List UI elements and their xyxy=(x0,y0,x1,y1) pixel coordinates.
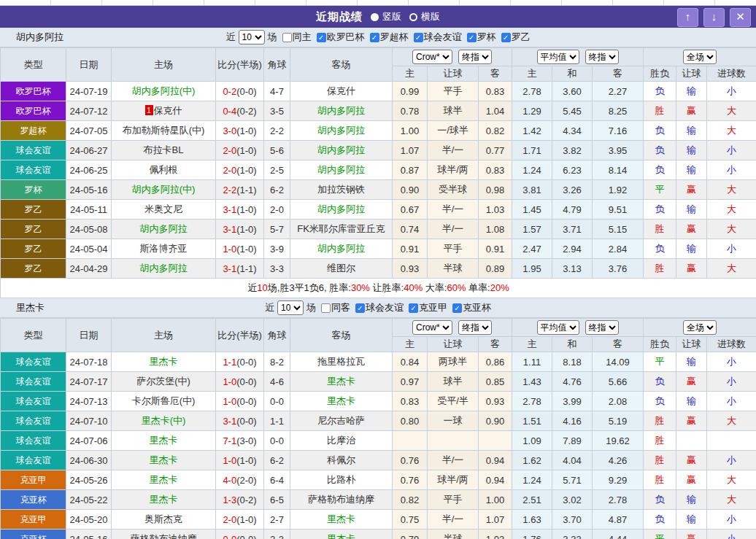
score: 1-0(1-0) xyxy=(216,239,264,259)
handicap-away-odds: 1.03 xyxy=(479,200,512,220)
col-corner: 角球 xyxy=(264,319,290,352)
odds-time-select[interactable]: 终指 xyxy=(458,320,492,335)
home-team-name: 奥斯杰克 xyxy=(144,513,182,524)
league-filter-checkbox[interactable]: ✓ xyxy=(452,303,462,313)
away-team: 维图尔 xyxy=(290,259,393,279)
avg-time-select[interactable]: 终指 xyxy=(585,320,619,335)
team-filter-row-2: 里杰卡 近 10 场 同客 ✓球会友谊✓克亚甲✓克亚杯 xyxy=(0,298,756,318)
avg-home-odds: 1.43 xyxy=(512,372,552,392)
match-count-select[interactable]: 10 xyxy=(277,300,304,315)
move-up-button[interactable]: ↑ xyxy=(677,8,698,27)
home-team: 卡尔斯鲁厄(中) xyxy=(112,392,216,411)
handicap-home-odds: 0.91 xyxy=(393,239,428,259)
subcol-avg-home: 主 xyxy=(512,337,552,352)
half-time-score: (1-0) xyxy=(236,244,256,255)
vertical-view-radio[interactable] xyxy=(371,13,379,21)
match-date: 24-06-27 xyxy=(66,141,112,160)
avg-home-odds: 2.78 xyxy=(512,392,552,411)
scope-select[interactable]: 全场 xyxy=(683,50,717,64)
col-corner: 角球 xyxy=(264,48,290,82)
half-time-score: (0-2) xyxy=(236,495,256,505)
league-filter-checkbox[interactable]: ✓ xyxy=(467,33,477,42)
score: 1-3(0-2) xyxy=(216,490,264,510)
red-card-count: 1 xyxy=(145,105,153,115)
league-filter-label: 罗杯 xyxy=(477,31,496,44)
home-team-name: 佩利根 xyxy=(150,164,178,175)
odds-source-select[interactable]: Crow* xyxy=(412,320,452,335)
avg-time-select[interactable]: 终指 xyxy=(585,50,619,64)
horizontal-view-label[interactable]: 横版 xyxy=(421,10,440,23)
scope-select[interactable]: 全场 xyxy=(683,320,717,335)
avg-away-odds: 1.92 xyxy=(593,180,644,200)
summary-part: 场,胜3平1负6, 胜率: xyxy=(268,282,351,293)
score: 2-2(1-1) xyxy=(216,180,264,200)
avg-away-odds: 5.15 xyxy=(593,220,644,239)
half-time-score: (1-0) xyxy=(236,204,256,215)
horizontal-view-radio[interactable] xyxy=(409,13,417,21)
avg-away-odds: 14.09 xyxy=(593,352,644,372)
avg-home-odds: 1.29 xyxy=(512,101,552,121)
vertical-view-label[interactable]: 竖版 xyxy=(382,10,401,23)
away-team: 加拉茨钢铁 xyxy=(290,180,393,200)
handicap-away-odds: 0.85 xyxy=(479,372,512,392)
home-team-name: 胡内多阿拉 xyxy=(140,263,188,274)
handicap-away-odds: 0.83 xyxy=(479,82,512,101)
league-filter-label: 克亚杯 xyxy=(463,301,491,314)
match-count-select[interactable]: 10 xyxy=(239,30,265,44)
recent-results-panel: 近期战绩 竖版 横版 ↑ ↓ ✕ 胡内多阿拉 近 10 场 同主 ✓欧罗巴杯✓罗… xyxy=(0,0,756,539)
league-filter-checkbox[interactable]: ✓ xyxy=(414,33,423,42)
avg-draw-odds: 3.70 xyxy=(552,510,593,530)
avg-away-odds: 8.25 xyxy=(593,101,644,121)
move-down-button[interactable]: ↓ xyxy=(703,8,725,27)
col-score: 比分(半场) xyxy=(216,319,264,352)
half-time-score: (0-0) xyxy=(236,86,256,97)
league-filter-checkbox[interactable]: ✓ xyxy=(317,33,326,42)
handicap-line: 半球 xyxy=(428,530,479,539)
score: 4-0(2-0) xyxy=(216,470,264,490)
half-time-score: (0-0) xyxy=(236,416,256,427)
result-win-lose: 胜 xyxy=(644,220,676,239)
result-handicap: 输 xyxy=(676,352,707,372)
avg-source-select[interactable]: 平均值 xyxy=(537,320,579,335)
league-badge: 克亚杯 xyxy=(1,490,66,510)
result-goals: 大 xyxy=(707,200,756,220)
league-filter-checkbox[interactable]: ✓ xyxy=(501,33,511,42)
match-date: 24-04-29 xyxy=(66,259,112,279)
odds-source-select[interactable]: Crow* xyxy=(412,50,452,64)
avg-source-select[interactable]: 平均值 xyxy=(537,50,579,64)
result-goals: 大 xyxy=(707,220,756,239)
league-filter-checkbox[interactable]: ✓ xyxy=(370,33,379,42)
full-time-score: 1-1 xyxy=(223,357,236,368)
avg-away-odds: 2.84 xyxy=(593,239,644,259)
corner-count: 5-7 xyxy=(264,220,290,239)
away-team: 里杰卡 xyxy=(290,372,393,392)
recent-matches-table-1: 类型 日期 主场 比分(半场) 角球 客场 Crow*终指 平均值终指 全场 主… xyxy=(0,47,756,298)
handicap-home-odds: 0.78 xyxy=(393,101,428,121)
result-handicap: 输 xyxy=(676,239,707,259)
same-venue-checkbox[interactable] xyxy=(282,33,292,42)
home-team-name: 布拉卡BL xyxy=(144,144,184,155)
league-filter-checkbox[interactable]: ✓ xyxy=(355,303,365,313)
corner-count: 0-0 xyxy=(264,392,290,411)
same-venue-checkbox[interactable] xyxy=(321,303,331,313)
avg-home-odds: 1.62 xyxy=(512,451,552,470)
result-goals: 大 xyxy=(707,411,756,431)
close-button[interactable]: ✕ xyxy=(730,8,751,27)
league-badge: 球会友谊 xyxy=(1,352,66,372)
subcol-avg-away: 客 xyxy=(593,337,644,352)
avg-draw-odds: 4.16 xyxy=(552,411,593,431)
score: 1-0(1-0) xyxy=(216,451,264,470)
handicap-home-odds: 0.99 xyxy=(393,82,428,101)
subcol-avg-draw: 和 xyxy=(552,66,593,82)
avg-away-odds: 4.87 xyxy=(593,510,644,530)
league-badge: 球会友谊 xyxy=(1,411,66,431)
result-handicap: 输 xyxy=(676,121,707,141)
league-filter-checkbox[interactable]: ✓ xyxy=(409,303,418,313)
near-label: 近 xyxy=(265,301,274,314)
avg-away-odds: 2.08 xyxy=(593,392,644,411)
away-team-name: 加拉茨钢铁 xyxy=(317,184,365,195)
league-badge: 球会友谊 xyxy=(1,372,66,392)
league-badge: 欧罗巴杯 xyxy=(1,82,66,101)
half-time-score: (1-0) xyxy=(236,165,256,176)
odds-time-select[interactable]: 终指 xyxy=(458,50,492,64)
